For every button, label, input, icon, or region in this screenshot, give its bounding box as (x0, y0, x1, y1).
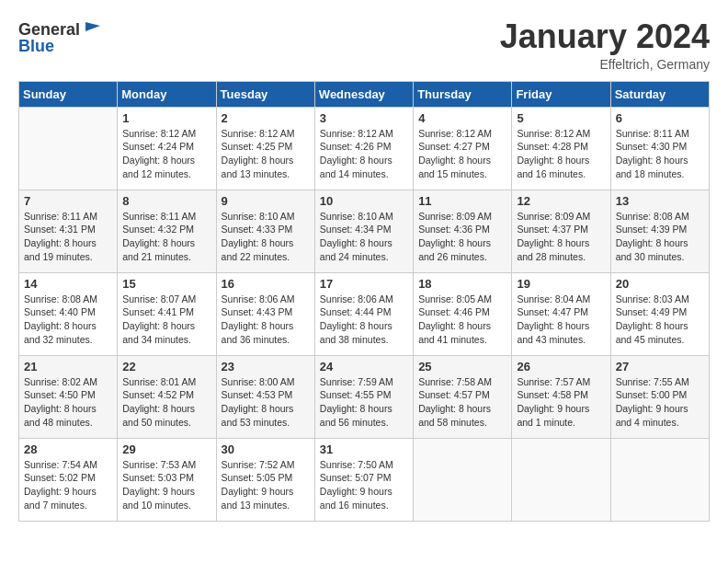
weekday-header-row: SundayMondayTuesdayWednesdayThursdayFrid… (19, 81, 710, 107)
day-info: Sunrise: 8:08 AMSunset: 4:39 PMDaylight:… (616, 210, 704, 264)
sunrise-text: Sunrise: 7:53 AM (122, 458, 210, 472)
day-info: Sunrise: 8:07 AMSunset: 4:41 PMDaylight:… (122, 293, 210, 347)
day-number: 22 (122, 360, 210, 373)
calendar-cell: 26Sunrise: 7:57 AMSunset: 4:58 PMDayligh… (512, 355, 610, 438)
day-info: Sunrise: 7:54 AMSunset: 5:02 PMDaylight:… (24, 458, 112, 512)
day-info: Sunrise: 8:10 AMSunset: 4:34 PMDaylight:… (320, 210, 408, 264)
sunset-text: Sunset: 4:57 PM (418, 388, 506, 402)
sunrise-text: Sunrise: 8:06 AM (222, 293, 310, 306)
sunset-text: Sunset: 4:33 PM (222, 223, 310, 236)
title-block: January 2024 Effeltrich, Germany (500, 18, 710, 72)
calendar-cell: 31Sunrise: 7:50 AMSunset: 5:07 PMDayligh… (314, 438, 413, 521)
calendar-cell (19, 107, 118, 190)
day-number: 29 (122, 442, 210, 456)
day-info: Sunrise: 8:09 AMSunset: 4:36 PMDaylight:… (418, 210, 506, 264)
day-info: Sunrise: 8:09 AMSunset: 4:37 PMDaylight:… (517, 210, 605, 264)
daylight-text: Daylight: 8 hours and 21 minutes. (122, 236, 210, 263)
daylight-text: Daylight: 8 hours and 43 minutes. (517, 319, 605, 346)
daylight-text: Daylight: 8 hours and 34 minutes. (122, 319, 210, 346)
weekday-header-saturday: Saturday (610, 81, 709, 107)
daylight-text: Daylight: 9 hours and 16 minutes. (320, 485, 408, 511)
daylight-text: Daylight: 8 hours and 48 minutes. (24, 402, 112, 429)
logo-text-blue: Blue (18, 37, 54, 56)
logo-flag-icon (82, 18, 104, 40)
day-info: Sunrise: 8:06 AMSunset: 4:44 PMDaylight:… (320, 293, 408, 347)
day-number: 12 (517, 194, 605, 208)
daylight-text: Daylight: 8 hours and 12 minutes. (122, 154, 210, 180)
sunrise-text: Sunrise: 8:06 AM (320, 293, 408, 306)
day-info: Sunrise: 7:52 AMSunset: 5:05 PMDaylight:… (222, 458, 310, 512)
day-number: 21 (24, 360, 112, 373)
day-info: Sunrise: 7:59 AMSunset: 4:55 PMDaylight:… (320, 375, 408, 430)
daylight-text: Daylight: 8 hours and 50 minutes. (122, 402, 210, 429)
sunrise-text: Sunrise: 8:09 AM (517, 210, 605, 224)
day-info: Sunrise: 8:01 AMSunset: 4:52 PMDaylight:… (122, 375, 210, 430)
day-info: Sunrise: 7:58 AMSunset: 4:57 PMDaylight:… (418, 375, 506, 430)
day-info: Sunrise: 8:12 AMSunset: 4:25 PMDaylight:… (222, 127, 310, 181)
sunset-text: Sunset: 4:47 PM (517, 305, 605, 319)
sunrise-text: Sunrise: 8:01 AM (122, 375, 210, 389)
weekday-header-friday: Friday (512, 81, 610, 107)
day-number: 25 (418, 360, 506, 373)
calendar-cell: 18Sunrise: 8:05 AMSunset: 4:46 PMDayligh… (414, 272, 512, 355)
day-info: Sunrise: 8:12 AMSunset: 4:28 PMDaylight:… (517, 127, 605, 181)
calendar-cell: 15Sunrise: 8:07 AMSunset: 4:41 PMDayligh… (118, 272, 216, 355)
day-info: Sunrise: 8:00 AMSunset: 4:53 PMDaylight:… (222, 375, 310, 430)
calendar-cell: 12Sunrise: 8:09 AMSunset: 4:37 PMDayligh… (512, 190, 610, 272)
calendar-cell: 3Sunrise: 8:12 AMSunset: 4:26 PMDaylight… (314, 107, 413, 190)
sunset-text: Sunset: 5:02 PM (24, 471, 112, 485)
month-title: January 2024 (500, 18, 710, 55)
sunrise-text: Sunrise: 8:12 AM (320, 127, 408, 141)
calendar-cell: 22Sunrise: 8:01 AMSunset: 4:52 PMDayligh… (118, 355, 216, 438)
sunset-text: Sunset: 4:37 PM (517, 223, 605, 236)
page-header: General Blue January 2024 Effeltrich, Ge… (18, 18, 710, 72)
weekday-header-tuesday: Tuesday (216, 81, 314, 107)
daylight-text: Daylight: 9 hours and 1 minute. (517, 402, 605, 429)
daylight-text: Daylight: 8 hours and 41 minutes. (418, 319, 506, 346)
sunset-text: Sunset: 4:43 PM (222, 305, 310, 319)
calendar-cell: 14Sunrise: 8:08 AMSunset: 4:40 PMDayligh… (19, 272, 118, 355)
sunset-text: Sunset: 4:26 PM (320, 140, 408, 154)
daylight-text: Daylight: 9 hours and 4 minutes. (616, 402, 704, 429)
day-number: 5 (517, 111, 605, 125)
calendar-cell: 24Sunrise: 7:59 AMSunset: 4:55 PMDayligh… (314, 355, 413, 438)
daylight-text: Daylight: 8 hours and 14 minutes. (320, 154, 408, 180)
day-number: 9 (222, 194, 310, 208)
daylight-text: Daylight: 8 hours and 22 minutes. (222, 236, 310, 263)
sunrise-text: Sunrise: 8:03 AM (616, 293, 704, 306)
daylight-text: Daylight: 9 hours and 13 minutes. (222, 485, 310, 511)
calendar-cell: 25Sunrise: 7:58 AMSunset: 4:57 PMDayligh… (414, 355, 512, 438)
calendar-cell: 8Sunrise: 8:11 AMSunset: 4:32 PMDaylight… (118, 190, 216, 272)
weekday-header-wednesday: Wednesday (314, 81, 413, 107)
sunrise-text: Sunrise: 8:09 AM (418, 210, 506, 224)
sunset-text: Sunset: 4:31 PM (24, 223, 112, 236)
sunset-text: Sunset: 5:00 PM (616, 388, 704, 402)
day-number: 27 (616, 360, 704, 373)
location-subtitle: Effeltrich, Germany (500, 57, 710, 72)
day-info: Sunrise: 8:03 AMSunset: 4:49 PMDaylight:… (616, 293, 704, 347)
day-number: 26 (517, 360, 605, 373)
daylight-text: Daylight: 8 hours and 26 minutes. (418, 236, 506, 263)
calendar-cell: 28Sunrise: 7:54 AMSunset: 5:02 PMDayligh… (19, 438, 118, 521)
daylight-text: Daylight: 8 hours and 18 minutes. (616, 154, 704, 180)
sunset-text: Sunset: 4:53 PM (222, 388, 310, 402)
calendar-cell: 20Sunrise: 8:03 AMSunset: 4:49 PMDayligh… (610, 272, 709, 355)
day-number: 4 (418, 111, 506, 125)
daylight-text: Daylight: 8 hours and 15 minutes. (418, 154, 506, 180)
sunset-text: Sunset: 4:36 PM (418, 223, 506, 236)
day-info: Sunrise: 8:05 AMSunset: 4:46 PMDaylight:… (418, 293, 506, 347)
calendar-cell: 30Sunrise: 7:52 AMSunset: 5:05 PMDayligh… (216, 438, 314, 521)
day-info: Sunrise: 8:11 AMSunset: 4:30 PMDaylight:… (616, 127, 704, 181)
weekday-header-sunday: Sunday (19, 81, 118, 107)
logo: General Blue (18, 18, 104, 56)
day-number: 15 (122, 277, 210, 291)
sunrise-text: Sunrise: 8:08 AM (24, 293, 112, 306)
sunrise-text: Sunrise: 8:05 AM (418, 293, 506, 306)
sunrise-text: Sunrise: 8:00 AM (222, 375, 310, 389)
day-info: Sunrise: 8:11 AMSunset: 4:31 PMDaylight:… (24, 210, 112, 264)
day-number: 10 (320, 194, 408, 208)
day-number: 28 (24, 442, 112, 456)
sunrise-text: Sunrise: 8:11 AM (24, 210, 112, 224)
sunrise-text: Sunrise: 8:11 AM (616, 127, 704, 141)
daylight-text: Daylight: 8 hours and 45 minutes. (616, 319, 704, 346)
